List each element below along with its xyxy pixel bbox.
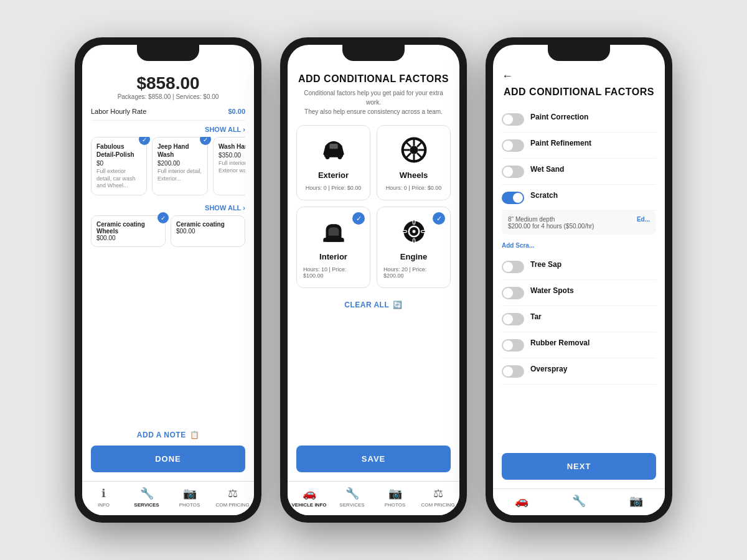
pkg-price-3: $350.00 — [218, 152, 245, 159]
paint-refinement-toggle[interactable] — [502, 139, 524, 152]
svg-line-10 — [405, 142, 410, 147]
phone-notch-2 — [342, 45, 405, 61]
edit-scratch-link[interactable]: Ed... — [637, 216, 650, 223]
scratch-toggle[interactable] — [502, 192, 524, 204]
vehicle3-icon: 🚗 — [515, 494, 529, 508]
p3-title-area: ADD CONDITIONAL FACTORS — [493, 86, 665, 106]
back-button[interactable]: ← — [502, 70, 513, 83]
wheels-info: Hours: 0 | Price: $0.00 — [386, 185, 441, 191]
show-all-packages-row[interactable]: SHOW ALL › — [91, 121, 245, 137]
scratch-price: $200.00 for 4 hours ($50.00/hr) — [508, 223, 650, 230]
interior-info: Hours: 10 | Price: $100.00 — [303, 266, 364, 279]
phone-notch-3 — [548, 45, 610, 61]
nav-services[interactable]: 🔧 SERVICES — [125, 487, 168, 508]
price-breakdown: Packages: $858.00 | Services: $0.00 — [91, 93, 245, 100]
svg-point-2 — [337, 155, 342, 159]
nav-info[interactable]: ℹ INFO — [82, 487, 125, 508]
services2-icon: 🔧 — [345, 487, 359, 500]
tar-toggle[interactable] — [502, 313, 524, 325]
nav3-services[interactable]: 🔧 — [550, 494, 608, 508]
paint-correction-toggle[interactable] — [502, 113, 524, 126]
pkg-title-1: Fabulous Detail-Polish — [96, 142, 141, 159]
nav-photos-label: PHOTOS — [179, 502, 200, 508]
phone-notch-1 — [137, 45, 199, 61]
wet-sand-toggle[interactable] — [502, 166, 524, 178]
nav2-services[interactable]: 🔧 SERVICES — [331, 487, 374, 508]
nav2-photos[interactable]: 📷 PHOTOS — [374, 487, 416, 508]
scratch-label: Scratch — [530, 191, 656, 200]
add-note-label: ADD A NOTE — [137, 431, 186, 439]
toggle-paint-refinement: Paint Refinement — [502, 133, 656, 159]
svg-rect-20 — [421, 230, 425, 232]
pricing-icon: ⚖ — [228, 487, 238, 500]
paint-refinement-label: Paint Refinement — [530, 139, 656, 147]
svg-point-1 — [325, 155, 329, 159]
wheels-label: Wheels — [400, 170, 428, 180]
toggle-rubber-removal: Rubber Removal — [502, 332, 656, 358]
package-card-1[interactable]: Fabulous Detail-Polish $0 Full exterior … — [91, 137, 147, 195]
show-all-services-row[interactable]: SHOW ALL › — [91, 200, 245, 215]
nav2-pricing[interactable]: ⚖ COM PRICING — [416, 487, 459, 508]
chevron-right-2-icon: › — [243, 204, 245, 212]
nav3-photos[interactable]: 📷 — [608, 494, 665, 508]
package-card-2[interactable]: Jeep Hand Wash $200.00 Full interior det… — [152, 137, 208, 195]
clear-all-label: CLEAR ALL — [344, 301, 389, 309]
p3-title: ADD CONDITIONAL FACTORS — [502, 86, 656, 98]
nav-photos[interactable]: 📷 PHOTOS — [168, 487, 211, 508]
pkg-price-2: $200.00 — [157, 160, 202, 167]
overspray-label: Overspray — [530, 365, 656, 373]
add-scratch-link[interactable]: Add Scra... — [502, 240, 656, 254]
svc-check-1: ✓ — [157, 212, 169, 223]
packages-list: Fabulous Detail-Polish $0 Full exterior … — [91, 137, 245, 195]
bottom-nav-3: 🚗 🔧 📷 — [493, 488, 665, 515]
pkg-desc-1: Full exterior detail, car wash and Wheel… — [96, 168, 141, 190]
nav-pricing[interactable]: ⚖ COM PRICING — [211, 487, 254, 508]
svg-rect-18 — [413, 239, 415, 243]
pkg-desc-2: Full interior detail, Exterior... — [157, 168, 202, 182]
toggle-tar: Tar — [502, 306, 656, 332]
nav2-vehicle[interactable]: 🚗 VEHICLE INFO — [288, 487, 331, 508]
water-spots-toggle[interactable] — [502, 287, 524, 299]
svg-line-12 — [417, 142, 422, 147]
pkg-price-1: $0 — [96, 160, 141, 167]
overspray-toggle[interactable] — [502, 365, 524, 378]
refresh-icon: 🔄 — [393, 301, 403, 309]
toggle-paint-correction: Paint Correction — [502, 106, 656, 133]
pkg-check-2: ✓ — [200, 137, 211, 145]
nav-pricing-label: COM PRICING — [215, 502, 249, 508]
tree-sap-toggle[interactable] — [502, 261, 524, 273]
factor-interior[interactable]: ✓ Interior Hours: 10 | Price: $100.00 — [296, 207, 370, 288]
save-button[interactable]: SAVE — [296, 446, 451, 472]
svc-price-1: $00.00 — [96, 235, 160, 241]
toggle-water-spots: Water Spots — [502, 280, 656, 306]
show-all-2-label: SHOW ALL — [205, 204, 241, 212]
services-icon: 🔧 — [140, 487, 154, 500]
toggle-scratch: Scratch — [502, 185, 656, 211]
labor-rate-value: $0.00 — [228, 108, 245, 115]
add-note-button[interactable]: ADD A NOTE 📋 — [82, 424, 254, 446]
nav3-vehicle[interactable]: 🚗 — [493, 494, 550, 508]
service-card-1[interactable]: Ceramic coating Wheels $00.00 ✓ — [91, 215, 166, 247]
factor-engine[interactable]: ✓ Engine Hours: 20 | Pr — [377, 207, 451, 288]
rubber-removal-toggle[interactable] — [502, 339, 524, 352]
services3-icon: 🔧 — [572, 494, 586, 508]
photos2-icon: 📷 — [388, 487, 402, 500]
factor-wheels[interactable]: Wheels Hours: 0 | Price: $0.00 — [377, 125, 451, 200]
clear-all-button[interactable]: CLEAR ALL 🔄 — [296, 296, 451, 314]
svg-rect-3 — [329, 144, 337, 149]
water-spots-label: Water Spots — [530, 286, 656, 295]
package-card-3[interactable]: Wash Hand $350.00 Full interior Exterior… — [213, 137, 245, 195]
next-button[interactable]: NEXT — [502, 453, 656, 480]
factor-exterior[interactable]: Exterior Hours: 0 | Price: $0.00 — [296, 125, 370, 200]
service-card-2[interactable]: Ceramic coating $00.00 — [171, 215, 245, 247]
svg-rect-19 — [402, 230, 406, 232]
interior-label: Interior — [319, 252, 347, 261]
price-header: $858.00 Packages: $858.00 | Services: $0… — [91, 73, 245, 100]
done-button[interactable]: DONE — [91, 446, 245, 472]
wheels-icon — [398, 134, 430, 166]
exterior-info: Hours: 0 | Price: $0.00 — [306, 185, 361, 191]
total-price: $858.00 — [91, 73, 245, 93]
nav2-pricing-label: COM PRICING — [421, 502, 454, 508]
interior-icon — [318, 216, 349, 247]
engine-info: Hours: 20 | Price: $200.00 — [383, 266, 444, 279]
